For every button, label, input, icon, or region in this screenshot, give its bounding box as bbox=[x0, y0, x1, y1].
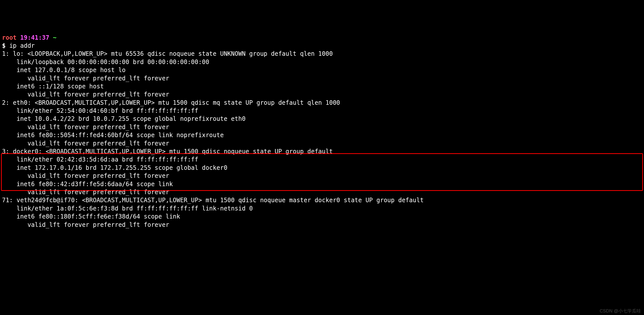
if-line-1-3: inet6 fe80::5054:ff:fed4:60bf/64 scope l… bbox=[2, 132, 227, 139]
if-line-2-3: inet6 fe80::42:d3ff:fe5d:6daa/64 scope l… bbox=[2, 181, 177, 188]
if-line-1-4: valid_lft forever preferred_lft forever bbox=[2, 140, 169, 147]
if-line-2-1: inet 172.17.0.1/16 brd 172.17.255.255 sc… bbox=[2, 164, 227, 171]
if-line-1-1: inet 10.0.4.2/22 brd 10.0.7.255 scope gl… bbox=[2, 115, 246, 122]
if-line-0-0: link/loopback 00:00:00:00:00:00 brd 00:0… bbox=[2, 59, 209, 66]
if-line-2-0: link/ether 02:42:d3:5d:6d:aa brd ff:ff:f… bbox=[2, 156, 198, 163]
if-line-3-2: valid_lft forever preferred_lft forever bbox=[2, 221, 169, 228]
prompt-time: 19:41:37 bbox=[20, 34, 49, 41]
if-header-1: 2: eth0: <BROADCAST,MULTICAST,UP,LOWER_U… bbox=[2, 99, 340, 106]
if-line-1-0: link/ether 52:54:00:d4:60:bf brd ff:ff:f… bbox=[2, 107, 198, 114]
if-line-2-4: valid_lft forever preferred_lft forever bbox=[2, 189, 169, 196]
prompt-dollar: $ bbox=[2, 42, 6, 49]
if-header-3: 71: veth24d9fcb@if70: <BROADCAST,MULTICA… bbox=[2, 197, 427, 204]
if-line-3-1: inet6 fe80::180f:5cff:fe6e:f38d/64 scope… bbox=[2, 213, 184, 220]
if-line-1-2: valid_lft forever preferred_lft forever bbox=[2, 124, 169, 131]
prompt-cwd: ~ bbox=[53, 34, 56, 41]
terminal-output[interactable]: root 19:41:37 ~ $ ip addr 1: lo: <LOOPBA… bbox=[2, 34, 642, 229]
if-header-0: 1: lo: <LOOPBACK,UP,LOWER_UP> mtu 65536 … bbox=[2, 50, 333, 57]
if-line-2-2: valid_lft forever preferred_lft forever bbox=[2, 172, 169, 179]
command-text: ip addr bbox=[9, 42, 35, 49]
if-line-0-3: inet6 ::1/128 scope host bbox=[2, 83, 107, 90]
if-line-0-4: valid_lft forever preferred_lft forever bbox=[2, 91, 169, 98]
if-line-3-0: link/ether 1a:0f:5c:6e:f3:8d brd ff:ff:f… bbox=[2, 205, 253, 212]
prompt-user: root bbox=[2, 34, 17, 41]
if-header-2: 3: docker0: <BROADCAST,MULTICAST,UP,LOWE… bbox=[2, 148, 336, 155]
watermark: CSDN @小七学瓜哇 bbox=[600, 308, 641, 314]
if-line-0-1: inet 127.0.0.1/8 scope host lo bbox=[2, 67, 126, 74]
if-line-0-2: valid_lft forever preferred_lft forever bbox=[2, 75, 169, 82]
